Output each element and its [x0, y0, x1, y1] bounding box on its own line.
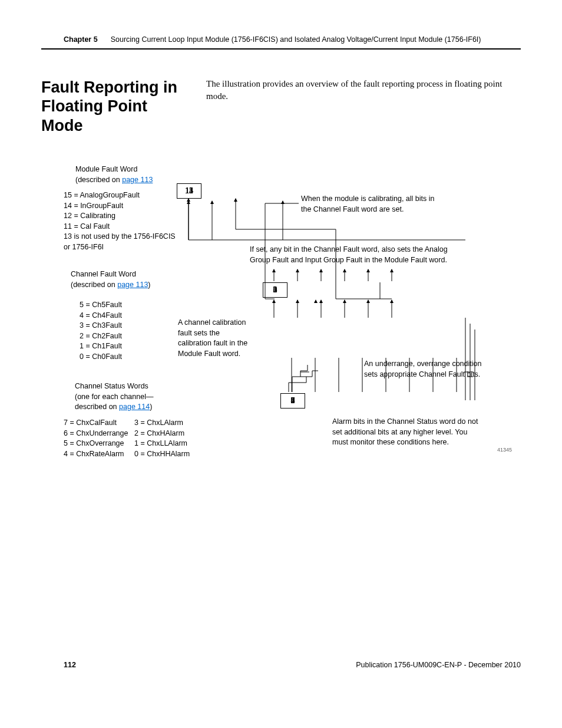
note-calibrating: When the module is calibrating, all bits… [301, 194, 442, 215]
fault-diagram: Module Fault Word (described on page 113… [41, 164, 521, 471]
note-alarm: Alarm bits in the Channel Status word do… [332, 417, 480, 448]
status-defs-left: 7 = ChxCalFault 6 = ChxUnderrange 5 = Ch… [64, 418, 140, 459]
page-link-113b[interactable]: page 113 [117, 281, 148, 289]
page-footer: 112 Publication 1756-UM009C-EN-P - Decem… [41, 661, 521, 669]
page-header: Chapter 5 Sourcing Current Loop Input Mo… [41, 35, 521, 44]
channel-fault-block: Channel Fault Word (described on page 11… [71, 269, 177, 290]
status-defs-right: 3 = ChxLAlarm 2 = ChxHAlarm 1 = ChxLLAla… [134, 418, 205, 459]
module-fault-block: Module Fault Word (described on page 113 [75, 164, 170, 185]
note-calfault: A channel calibration fault sets the cal… [178, 318, 249, 359]
module-fault-desc: (described on page 113 [75, 175, 170, 186]
note-underrange: An underrange, overrange condition sets … [364, 359, 494, 380]
section-body: The illustration provides an overview of… [206, 78, 521, 103]
header-rule [41, 48, 521, 50]
module-fault-defs: 15 = AnalogGroupFault 14 = InGroupFault … [64, 190, 176, 252]
figure-number: 41345 [497, 446, 512, 454]
status-desc: described on page 114) [75, 402, 187, 413]
status-title: Channel Status Words [75, 381, 187, 392]
page-link-113a[interactable]: page 113 [122, 176, 153, 184]
status-block: Channel Status Words (one for each chann… [75, 381, 187, 413]
channel-fault-defs: 5 = Ch5Fault 4 = Ch4Fault 3 = Ch3Fault 2… [80, 300, 168, 362]
module-fault-title: Module Fault Word [75, 164, 170, 175]
note-ifset: If set, any bit in the Channel Fault wor… [250, 245, 468, 265]
section-heading: Fault Reporting in Floating Point Mode [41, 78, 189, 135]
channel-fault-title: Channel Fault Word [71, 269, 177, 280]
publication-info: Publication 1756-UM009C-EN-P - December … [356, 661, 521, 669]
section-intro: Fault Reporting in Floating Point Mode T… [41, 78, 521, 135]
header-title: Sourcing Current Loop Input Module (1756… [111, 35, 481, 44]
page-number: 112 [64, 661, 76, 669]
channel-fault-desc: (described on page 113) [71, 280, 177, 291]
page-link-114[interactable]: page 114 [119, 403, 150, 411]
chapter-label: Chapter 5 [64, 35, 98, 44]
